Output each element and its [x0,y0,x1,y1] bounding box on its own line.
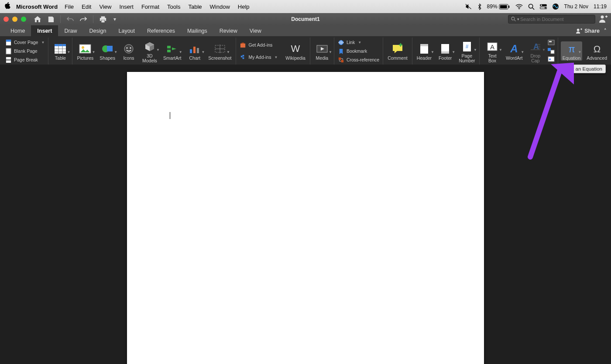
redo-icon[interactable] [80,16,87,23]
shapes-button[interactable]: ▼Shapes [98,41,117,61]
header-button[interactable]: ▼Header [415,41,433,61]
footer-button[interactable]: ▼Footer [436,41,454,61]
object-icon[interactable]: ▼ [547,56,555,63]
page-number-button[interactable]: #▼Page Number [457,39,477,63]
spotlight-icon[interactable] [528,3,535,10]
wikipedia-button[interactable]: WWikipedia [284,41,307,61]
tab-review[interactable]: Review [213,25,244,36]
quick-parts-icon[interactable]: ▼ [547,39,555,46]
share-button[interactable]: Share [576,28,600,34]
home-icon[interactable] [34,16,41,23]
media-button[interactable]: ▼Media [313,41,331,61]
cover-page-button[interactable]: Cover Page▼ [4,38,45,47]
pictures-button[interactable]: ▼Pictures [75,41,95,61]
apple-logo-icon[interactable] [4,2,11,11]
equation-button[interactable]: π▼Equation [561,41,582,61]
tab-view[interactable]: View [244,25,268,36]
svg-rect-40 [341,60,343,62]
menu-format[interactable]: Format [141,3,159,10]
svg-rect-44 [441,51,449,54]
svg-point-25 [126,48,127,49]
group-links: Link▼ Bookmark Cross-reference [334,37,383,65]
svg-rect-27 [167,46,171,48]
collaboration-icon[interactable] [599,15,608,24]
screenshot-button[interactable]: ▼Screenshot [206,41,233,61]
svg-rect-14 [6,39,11,41]
time-label[interactable]: 11:19 [594,3,607,10]
smartart-button[interactable]: ▼SmartArt [161,41,183,61]
3d-models-button[interactable]: ▼3D Models [141,39,159,63]
search-input[interactable] [520,17,592,22]
document-page[interactable] [127,72,484,364]
mute-icon[interactable] [465,3,472,10]
collapse-ribbon-icon[interactable]: ˄ [604,28,607,34]
table-button[interactable]: ▼ Table [51,41,69,61]
close-window[interactable] [3,17,9,22]
advanced-symbol-button[interactable]: ΩAdvanced [585,41,609,61]
group-header-footer: ▼Header ▼Footer #▼Page Number [412,37,480,65]
comment-button[interactable]: Comment [386,41,409,61]
siri-icon[interactable] [552,3,559,10]
svg-rect-53 [548,48,551,51]
tab-mailings[interactable]: Mailings [181,25,213,36]
wordart-button[interactable]: A▼WordArt [505,41,524,61]
customize-qat-icon[interactable]: ▾ [113,16,117,23]
page-break-button[interactable]: Page Break [4,55,45,64]
tab-home[interactable]: Home [4,25,31,36]
control-center-icon[interactable] [540,4,547,9]
save-icon[interactable] [47,16,54,23]
blank-page-button[interactable]: Blank Page [4,47,45,55]
svg-rect-42 [420,44,428,46]
menu-help[interactable]: Help [238,3,250,10]
icons-button[interactable]: Icons [120,41,138,61]
group-addins: Get Add-ins My Add-ins▼ WWikipedia [236,37,310,65]
menu-tools[interactable]: Tools [167,3,180,10]
link-button[interactable]: Link▼ [337,38,380,47]
menu-insert[interactable]: Insert [119,3,134,10]
macos-menubar: Microsoft Word File Edit View Insert For… [0,0,611,13]
bookmark-button[interactable]: Bookmark [337,47,380,55]
window-controls [3,17,26,22]
tab-design[interactable]: Design [83,25,113,36]
zoom-window[interactable] [21,17,26,22]
quick-access-toolbar: ▾ [34,15,117,23]
date-time-icon[interactable] [547,48,555,54]
tab-references[interactable]: References [141,25,181,36]
tab-insert[interactable]: Insert [31,25,58,36]
my-addins-button[interactable]: My Add-ins▼ [239,53,278,61]
print-icon[interactable] [100,16,106,23]
cross-reference-button[interactable]: Cross-reference [337,55,380,64]
svg-text:W: W [291,43,300,54]
drop-cap-button[interactable]: A▼Drop Cap [526,39,545,63]
ribbon-insert: Cover Page▼ Blank Page Page Break ▼ Tabl… [0,36,611,65]
svg-rect-34 [243,54,244,56]
battery-indicator[interactable]: 89% [487,3,510,10]
get-addins-button[interactable]: Get Add-ins [239,41,278,49]
search-box[interactable]: ▾ [508,15,595,24]
tab-draw[interactable]: Draw [58,25,83,36]
chart-button[interactable]: ▼Chart [185,41,204,61]
window-titlebar: ▾ Document1 ▾ [0,13,611,25]
menu-table[interactable]: Table [188,3,202,10]
svg-rect-15 [6,48,11,54]
tab-layout[interactable]: Layout [112,25,141,36]
wifi-icon[interactable] [515,4,523,10]
svg-rect-28 [167,50,171,52]
menu-view[interactable]: View [99,3,111,10]
text-box-button[interactable]: A▼Text Box [482,39,502,63]
minimize-window[interactable] [12,17,17,22]
document-canvas[interactable] [0,65,611,364]
svg-point-21 [82,46,84,49]
undo-icon[interactable] [67,16,74,23]
svg-rect-29 [190,49,192,53]
menu-edit[interactable]: Edit [82,3,91,10]
svg-point-11 [601,15,604,18]
tooltip-equation: Insert an Equation [558,65,606,73]
menu-window[interactable]: Window [210,3,230,10]
svg-rect-39 [339,57,341,60]
date-label[interactable]: Thu 2 Nov [564,3,588,10]
app-name[interactable]: Microsoft Word [16,3,58,10]
group-text: A▼Text Box A▼WordArt A▼Drop Cap ▼ ▼ [480,37,558,65]
menu-file[interactable]: File [65,3,74,10]
bluetooth-icon[interactable] [477,3,482,10]
